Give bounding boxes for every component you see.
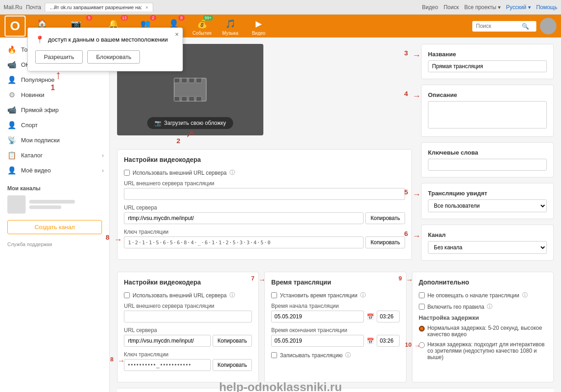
name-section: 3 → Название [421, 44, 554, 79]
no-notify-info[interactable]: ⓘ [522, 291, 528, 299]
stream-key-label: Ключ трансляции [124, 229, 405, 235]
step5-label: 5 [404, 188, 408, 196]
use-ext-url-checkbox2[interactable] [124, 292, 130, 298]
copy-url-btn2[interactable]: Копировать [213, 335, 252, 347]
no-notify-checkbox[interactable] [419, 292, 425, 298]
geo-rules-info[interactable]: ⓘ [487, 303, 492, 311]
svg-rect-1 [174, 78, 180, 83]
all-projects-link[interactable]: Все проекты ▾ [464, 4, 500, 11]
mailru-link[interactable]: Mail.Ru [4, 4, 22, 11]
allow-button[interactable]: Разрешить [35, 50, 83, 64]
normal-delay-radio[interactable] [419, 326, 425, 332]
step8-label: 8 [106, 233, 109, 241]
equipment-badge: 5 [86, 15, 92, 21]
footer-bar: Запустите приложение OBS или Flash Media… [117, 388, 554, 392]
channel-select[interactable]: Без канала [428, 241, 547, 254]
sidebar-item-my-video[interactable]: 👤 Моё видео › [0, 163, 109, 178]
pochta-link[interactable]: Почта [26, 4, 41, 11]
url-ext-label2: URL внешнего сервера трансляции [124, 303, 252, 309]
keywords-input[interactable] [428, 159, 547, 171]
url-server-row: URL сервера Копировать [124, 204, 405, 224]
end-time-input[interactable] [377, 335, 400, 347]
browser-tab[interactable]: ...йт ok.ru запрашивает разрешение на: × [45, 3, 153, 11]
my-video-icon: 👤 [7, 166, 16, 175]
sport-icon: 👤 [7, 121, 16, 129]
help-link[interactable]: Помощь [536, 4, 557, 11]
start-time-input[interactable] [377, 311, 400, 322]
use-external-url-checkbox[interactable] [124, 170, 130, 176]
stream-key-input[interactable] [124, 236, 363, 248]
record-info[interactable]: ⓘ [345, 351, 351, 359]
permission-buttons: Разрешить Блокировать [35, 50, 175, 64]
ok-live-icon: 📹 [7, 60, 16, 69]
support-link[interactable]: Служба поддержки [0, 238, 109, 251]
no-notify-row: Не оповещать о начале трансляции ⓘ [419, 291, 547, 299]
url-server-input2[interactable] [124, 335, 211, 347]
description-label: Описание [428, 91, 547, 98]
search-input[interactable] [476, 23, 522, 29]
start-date-input[interactable] [271, 311, 363, 322]
url-external-input[interactable] [124, 188, 405, 200]
url-server-group2: Копировать [124, 335, 252, 347]
events-badge: 99+ [203, 15, 213, 21]
sidebar-item-catalog[interactable]: 📋 Каталог › [0, 148, 109, 163]
name-input[interactable] [428, 60, 547, 72]
end-time-label: Время окончания трансляции [271, 327, 399, 333]
video-codec-col: Настройки видеокодера Использовать внешн… [117, 272, 259, 382]
search-icon[interactable]: 🔍 [522, 23, 529, 30]
create-channel-button[interactable]: Создать канал [7, 220, 102, 234]
calendar-icon-end[interactable]: 📅 [367, 338, 374, 344]
start-time-inputs: 📅 [271, 311, 399, 322]
use-external-url-info[interactable]: ⓘ [230, 169, 235, 177]
permission-text: доступ к данным о вашем местоположении [48, 36, 168, 43]
low-delay-row: Низкая задержка: подходит для интерактив… [419, 341, 547, 360]
step9-arrow: → [406, 276, 413, 284]
new-icon: ⚙ [7, 91, 16, 99]
geo-rules-checkbox[interactable] [419, 304, 425, 310]
geo-rules-row: Включить гео правила ⓘ [419, 303, 547, 311]
url-server-label2: URL сервера [124, 327, 252, 333]
calendar-icon-start[interactable]: 📅 [367, 313, 374, 320]
sidebar-item-live[interactable]: 📹 Прямой эфир [0, 102, 109, 118]
use-ext-url-row2: Использовать внешний URL сервера ⓘ [124, 291, 252, 299]
set-time-info[interactable]: ⓘ [360, 291, 366, 299]
my-video-arrow: › [102, 167, 104, 174]
copy-url-server-button[interactable]: Копировать [365, 212, 405, 224]
main-content: 📷 Настройки видеокодера Загрузить свою о… [110, 38, 561, 392]
sidebar-item-subscriptions[interactable]: 📡 Мои подписки [0, 133, 109, 148]
url-ext-input2[interactable] [124, 311, 252, 322]
sidebar-item-sport[interactable]: 👤 Спорт [0, 118, 109, 133]
copy-key-btn2[interactable]: Копировать [213, 359, 252, 371]
upload-cover-button[interactable]: 📷 Настройки видеокодера Загрузить свою о… [147, 117, 233, 129]
permission-popup: × 📍 доступ к данным о вашем местоположен… [27, 27, 183, 71]
sidebar: 🔥 Топ недели 📹 OK Live new 👤 Популярное … [0, 38, 110, 392]
nav-music[interactable]: 🎵 Музыка [217, 15, 244, 38]
language-selector[interactable]: Русский ▾ [506, 4, 531, 11]
nav-video[interactable]: ▶ Видео [245, 15, 272, 38]
record-row: Записывать трансляцию ⓘ [271, 351, 399, 359]
stream-key-input2[interactable] [124, 359, 211, 371]
url-server-input[interactable] [124, 212, 363, 224]
nav-events[interactable]: 💰 События 99+ [188, 15, 216, 38]
ok-logo[interactable]: О [5, 16, 26, 37]
audience-select[interactable]: Все пользователи Только друзья Только я [428, 199, 547, 212]
channels-section: Мои каналы Создать канал [0, 185, 109, 238]
block-button[interactable]: Блокировать [87, 50, 140, 64]
svg-rect-5 [174, 97, 180, 101]
end-date-input[interactable] [271, 335, 363, 347]
close-tab-icon[interactable]: × [145, 5, 148, 10]
step8-arrow: → [114, 235, 122, 245]
search-link[interactable]: Поиск [443, 4, 459, 11]
description-input[interactable] [428, 101, 547, 129]
search-box[interactable]: 🔍 [472, 21, 536, 32]
set-time-checkbox[interactable] [271, 292, 277, 298]
step2-label: 2 [176, 137, 180, 145]
info-icon2[interactable]: ⓘ [230, 291, 235, 299]
copy-stream-key-button[interactable]: Копировать [365, 236, 405, 248]
step5-arrow: → [412, 190, 421, 199]
video-link[interactable]: Видео [422, 4, 438, 11]
permission-close-icon[interactable]: × [175, 31, 179, 38]
left-column: 📷 Настройки видеокодера Загрузить свою о… [117, 44, 412, 266]
user-avatar[interactable] [540, 18, 556, 34]
record-checkbox[interactable] [271, 352, 277, 358]
